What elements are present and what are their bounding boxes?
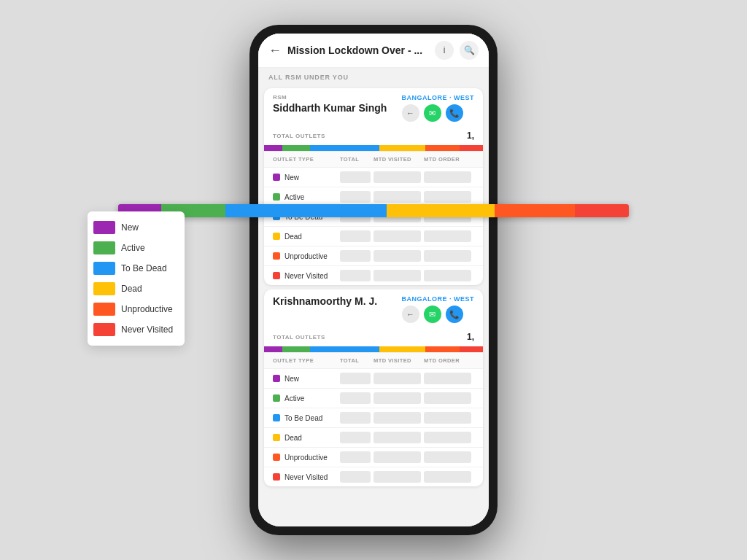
outlet-type-dot	[273, 252, 280, 260]
outlet-data-cell	[340, 471, 371, 483]
rsm-card-2: Krishnamoorthy M. J. BANGALORE · WEST ← …	[264, 289, 483, 486]
phone-screen: ← Mission Lockdown Over - ... i 🔍 ALL RS…	[258, 34, 489, 526]
outlet-type-cell: Never Visited	[273, 272, 340, 280]
legend-label: Active	[121, 243, 145, 253]
outlet-data-cell	[424, 250, 471, 262]
outlet-data-cell	[340, 171, 371, 183]
outlet-type-dot	[273, 394, 280, 402]
col-outlet-type-1: OUTLET TYPE	[273, 156, 340, 163]
outlet-data-cell	[374, 270, 421, 281]
outlet-data-cell	[340, 451, 371, 463]
outlet-data-cell	[424, 392, 471, 404]
total-outlets-row-2: TOTAL OUTLETS 1,	[264, 329, 483, 346]
outlet-type-cell: Active	[273, 394, 340, 402]
search-button[interactable]: 🔍	[460, 41, 479, 60]
app-content[interactable]: ← Mission Lockdown Over - ... i 🔍 ALL RS…	[258, 34, 489, 526]
outlet-type-dot	[273, 272, 280, 279]
outlet-type-cell: Unproductive	[273, 454, 340, 462]
outlet-rows-2: NewActiveTo Be DeadDeadUnproductiveNever…	[264, 368, 483, 486]
outlet-data-cell	[374, 392, 421, 404]
legend-color-box	[93, 303, 115, 316]
table-row: Active	[264, 388, 483, 408]
table-row: New	[264, 368, 483, 388]
outlet-type-label: Dead	[285, 434, 302, 442]
table-header-2: OUTLET TYPE TOTAL MTD VISITED MTD ORDER	[264, 352, 483, 368]
outlet-type-label: New	[285, 375, 299, 383]
legend-item: Never Visited	[93, 319, 173, 340]
legend-item: New	[93, 217, 173, 238]
outlet-data-cell	[424, 191, 471, 203]
legend-item: Dead	[93, 279, 173, 299]
rsm-name-2: Krishnamoorthy M. J.	[273, 295, 377, 307]
scene: NewActiveTo Be DeadDeadUnproductiveNever…	[0, 0, 747, 560]
outlet-type-cell: New	[273, 375, 340, 383]
rsm-actions-1: ← ✉ 📞	[402, 104, 475, 122]
total-count-1: 1,	[467, 131, 474, 141]
rsm-actions-2: ← ✉ 📞	[402, 306, 475, 323]
outlet-type-label: Active	[285, 193, 304, 201]
outlet-type-cell: New	[273, 174, 340, 182]
table-row: To Be Dead	[264, 408, 483, 427]
outlet-data-cell	[424, 230, 471, 242]
outlet-data-cell	[340, 412, 371, 424]
rsm-location-1: BANGALORE · WEST	[402, 94, 475, 101]
col-mtd-visited-2: MTD VISITED	[374, 357, 424, 364]
extended-color-bar	[118, 204, 629, 217]
col-outlet-type-2: OUTLET TYPE	[273, 357, 340, 364]
outlet-data-cell	[424, 471, 471, 483]
app-header: ← Mission Lockdown Over - ... i 🔍	[258, 34, 489, 68]
outlet-type-cell: Unproductive	[273, 252, 340, 260]
call-btn-1[interactable]: 📞	[446, 104, 463, 122]
total-label-2: TOTAL OUTLETS	[273, 334, 325, 341]
extended-color-bar-container	[118, 204, 629, 217]
outlet-type-dot	[273, 454, 280, 461]
table-row: Active	[264, 187, 483, 206]
back-btn-2[interactable]: ←	[402, 306, 419, 323]
total-outlets-row-1: TOTAL OUTLETS 1,	[264, 128, 483, 145]
color-bar-2	[264, 346, 483, 352]
whatsapp-btn-2[interactable]: ✉	[424, 306, 441, 323]
rsm-card-1-header: RSM Siddharth Kumar Singh BANGALORE · WE…	[264, 88, 483, 128]
outlet-data-cell	[374, 373, 421, 384]
outlet-data-cell	[374, 171, 421, 183]
table-row: Unproductive	[264, 246, 483, 265]
outlet-type-dot	[273, 434, 280, 441]
back-btn-1[interactable]: ←	[402, 104, 419, 122]
table-row: Unproductive	[264, 447, 483, 467]
outlet-type-label: Never Visited	[285, 473, 328, 481]
total-label-1: TOTAL OUTLETS	[273, 133, 325, 139]
table-header-1: OUTLET TYPE TOTAL MTD VISITED MTD ORDER	[264, 151, 483, 167]
page-title: Mission Lockdown Over - ...	[287, 44, 429, 56]
call-btn-2[interactable]: 📞	[446, 306, 463, 323]
table-row: Dead	[264, 226, 483, 246]
outlet-type-dot	[273, 473, 280, 481]
outlet-type-cell: Active	[273, 193, 340, 201]
legend-color-box	[93, 221, 115, 234]
outlet-data-cell	[374, 412, 421, 424]
outlet-data-cell	[340, 230, 371, 242]
outlet-type-label: Active	[285, 394, 304, 402]
back-button[interactable]: ←	[268, 43, 282, 58]
info-button[interactable]: i	[435, 41, 454, 60]
color-bar-1	[264, 145, 483, 151]
outlet-data-cell	[374, 191, 421, 203]
outlet-type-label: Unproductive	[285, 454, 328, 462]
outlet-data-cell	[340, 270, 371, 281]
legend-label: Dead	[121, 284, 142, 294]
legend-color-box	[93, 282, 115, 295]
outlet-data-cell	[374, 471, 421, 483]
col-mtd-order-2: MTD ORDER	[424, 357, 474, 364]
outlet-type-cell: To Be Dead	[273, 414, 340, 422]
col-mtd-visited-1: MTD VISITED	[374, 156, 424, 163]
legend-item: Active	[93, 238, 173, 258]
whatsapp-btn-1[interactable]: ✉	[424, 104, 441, 122]
legend-color-box	[93, 262, 115, 275]
legend-label: Never Visited	[121, 324, 173, 335]
col-total-1: TOTAL	[340, 156, 374, 163]
legend-item: Unproductive	[93, 299, 173, 319]
outlet-type-cell: Dead	[273, 233, 340, 241]
outlet-data-cell	[340, 250, 371, 262]
outlet-type-dot	[273, 414, 280, 421]
col-mtd-order-1: MTD ORDER	[424, 156, 474, 163]
table-row: Dead	[264, 427, 483, 447]
